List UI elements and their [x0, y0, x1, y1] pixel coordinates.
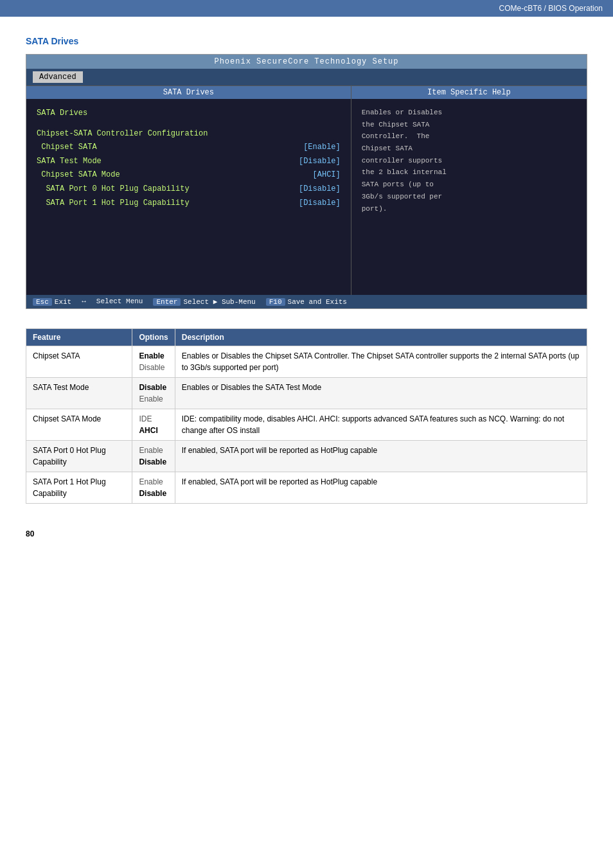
bios-right-panel: Item Specific Help Enables or Disables t…: [351, 86, 587, 295]
bios-status-f10: F10 Save and Exits: [266, 297, 347, 306]
bios-menu-advanced[interactable]: Advanced: [33, 71, 83, 83]
table-cell-feature: SATA Test Mode: [26, 378, 132, 409]
table-row: SATA Port 1 Hot Plug Capability Enable D…: [26, 472, 587, 504]
table-col-description: Description: [175, 329, 587, 346]
page-header: COMe-cBT6 / BIOS Operation: [0, 0, 613, 17]
bios-right-panel-header: Item Specific Help: [351, 86, 587, 99]
table-cell-options: Enable Disable: [132, 441, 175, 472]
bios-help-text: Enables or Disables the Chipset SATA Con…: [362, 107, 576, 215]
table-cell-feature: Chipset SATA: [26, 346, 132, 378]
bios-title-bar: Phoenix SecureCore Technology Setup: [26, 55, 587, 69]
bios-status-esc: Esc Exit: [33, 297, 71, 306]
table-row: SATA Port 0 Hot Plug Capability Enable D…: [26, 441, 587, 472]
table-cell-feature: Chipset SATA Mode: [26, 409, 132, 441]
bios-chipset-sata-mode[interactable]: Chipset SATA Mode [AHCI]: [37, 168, 341, 182]
bios-sata-port1-hotplug[interactable]: SATA Port 1 Hot Plug Capability [Disable…: [37, 197, 341, 211]
bios-menu-bar: Advanced: [26, 69, 587, 85]
bios-left-panel-header: SATA Drives: [26, 86, 351, 99]
bios-panels: SATA Drives SATA Drives Chipset-SATA Con…: [26, 85, 587, 295]
bios-sata-drives-label: SATA Drives: [37, 107, 87, 121]
bios-section-label: SATA Drives: [37, 107, 341, 121]
table-cell-description: Enables or Disables the Chipset SATA Con…: [175, 346, 587, 378]
bios-left-panel: SATA Drives SATA Drives Chipset-SATA Con…: [26, 86, 351, 295]
table-col-options: Options: [132, 329, 175, 346]
section-title: SATA Drives: [26, 36, 587, 46]
table-cell-feature: SATA Port 0 Hot Plug Capability: [26, 441, 132, 472]
table-col-feature: Feature: [26, 329, 132, 346]
feature-table: Feature Options Description Chipset SATA…: [26, 328, 587, 504]
table-cell-description: Enables or Disables the SATA Test Mode: [175, 378, 587, 409]
bios-status-bar: Esc Exit ↔ Select Menu Enter Select ▶ Su…: [26, 295, 587, 308]
table-cell-options: Enable Disable: [132, 472, 175, 504]
bios-chipset-sata[interactable]: Chipset SATA [Enable]: [37, 141, 341, 155]
bios-sata-port0-hotplug[interactable]: SATA Port 0 Hot Plug Capability [Disable…: [37, 182, 341, 197]
table-cell-description: IDE: compatibility mode, disables AHCI. …: [175, 409, 587, 441]
bios-screen: Phoenix SecureCore Technology Setup Adva…: [26, 54, 587, 309]
bios-sata-test-mode[interactable]: SATA Test Mode [Disable]: [37, 155, 341, 169]
table-cell-options: Disable Enable: [132, 378, 175, 409]
table-cell-options: IDE AHCI: [132, 409, 175, 441]
bios-status-enter: Enter Select ▶ Sub-Menu: [153, 297, 255, 306]
page-number: 80: [26, 529, 587, 538]
table-cell-feature: SATA Port 1 Hot Plug Capability: [26, 472, 132, 504]
header-title: COMe-cBT6 / BIOS Operation: [499, 4, 603, 13]
bios-chipset-sata-config: Chipset-SATA Controller Configuration: [37, 127, 341, 141]
table-cell-description: If enabled, SATA port will be reported a…: [175, 472, 587, 504]
table-row: SATA Test Mode Disable Enable Enables or…: [26, 378, 587, 409]
table-cell-description: If enabled, SATA port will be reported a…: [175, 441, 587, 472]
main-content: SATA Drives Phoenix SecureCore Technolog…: [0, 17, 613, 551]
table-row: Chipset SATA Enable Disable Enables or D…: [26, 346, 587, 378]
table-cell-options: Enable Disable: [132, 346, 175, 378]
table-row: Chipset SATA Mode IDE AHCI IDE: compatib…: [26, 409, 587, 441]
